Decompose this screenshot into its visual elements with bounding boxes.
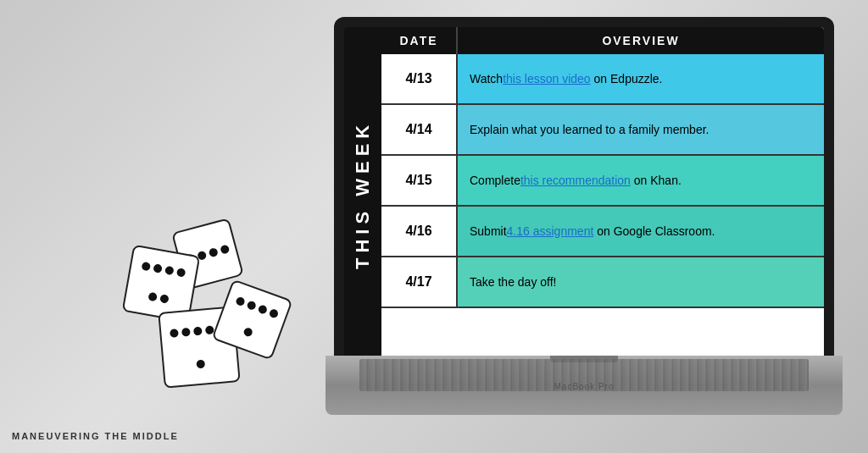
edpuzzle-link[interactable]: this lesson video	[503, 72, 591, 86]
row-overview-3: Submit 4.16 assignment on Google Classro…	[458, 207, 824, 256]
laptop-screen: THIS WEEK DATE OVERVIEW 4/13 Watch this …	[344, 27, 824, 362]
this-week-label: THIS WEEK	[344, 27, 381, 362]
row-overview-2: Complete this recommendation on Khan.	[458, 156, 824, 205]
table-header: DATE OVERVIEW	[381, 27, 824, 54]
khan-link[interactable]: this recommendation	[520, 174, 631, 187]
screen-content: THIS WEEK DATE OVERVIEW 4/13 Watch this …	[344, 27, 824, 362]
row-overview-1: Explain what you learned to a family mem…	[458, 105, 824, 154]
laptop-base: MacBook Pro	[326, 356, 843, 415]
row-date-4: 4/17	[381, 257, 458, 307]
row-date-2: 4/15	[381, 156, 458, 205]
dice-decoration	[110, 165, 297, 402]
table-row: 4/17 Take the day off!	[381, 257, 824, 308]
row-overview-4: Take the day off!	[458, 257, 824, 307]
header-date: DATE	[381, 27, 458, 54]
schedule-table: DATE OVERVIEW 4/13 Watch this lesson vid…	[381, 27, 824, 362]
laptop-brand-label: MacBook Pro	[554, 382, 614, 391]
table-row: 4/15 Complete this recommendation on Kha…	[381, 156, 824, 207]
row-overview-0: Watch this lesson video on Edpuzzle.	[458, 54, 824, 103]
row-date-3: 4/16	[381, 207, 458, 256]
classroom-link[interactable]: 4.16 assignment	[507, 224, 594, 238]
table-row: 4/13 Watch this lesson video on Edpuzzle…	[381, 54, 824, 105]
table-row: 4/16 Submit 4.16 assignment on Google Cl…	[381, 207, 824, 257]
row-date-1: 4/14	[381, 105, 458, 154]
row-date-0: 4/13	[381, 54, 458, 103]
laptop: THIS WEEK DATE OVERVIEW 4/13 Watch this …	[326, 17, 843, 432]
watermark: MANEUVERING THE MIDDLE	[12, 431, 179, 441]
laptop-screen-frame: THIS WEEK DATE OVERVIEW 4/13 Watch this …	[334, 17, 834, 373]
table-row: 4/14 Explain what you learned to a famil…	[381, 105, 824, 156]
header-overview: OVERVIEW	[458, 27, 824, 54]
